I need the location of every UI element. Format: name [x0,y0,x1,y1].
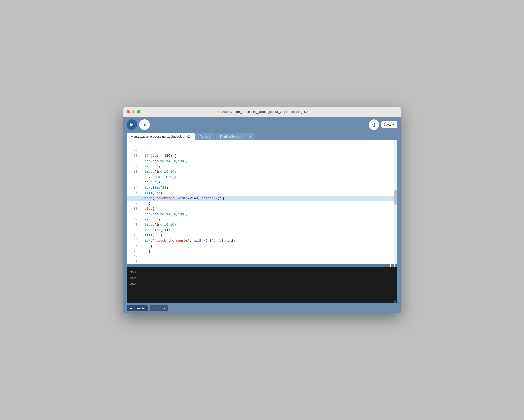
line-num-36: 36 [127,196,140,201]
console-line-3: 352 [130,281,394,287]
toolbar: ▶ ■ {} Java ▼ [123,117,401,133]
main-window: 📁 visualization_processing_addingcolour_… [123,107,401,313]
code-line-37: } [140,201,394,206]
code-line-29: background(143,0,138); [140,159,394,164]
tab-particlesystem[interactable]: ParticleSystem [216,133,247,140]
panel-toolbar: ⬆ ⬇ [127,264,397,267]
code-line-45: } [140,244,394,249]
run-icon: ▶ [130,122,133,127]
code-container: 26 27 28 29 30 31 32 33 34 35 36 37 38 3… [127,140,397,264]
line-num-27: 27 [127,148,140,153]
code-line-31: image(img,10,10); [140,169,394,175]
title-bar: 📁 visualization_processing_addingcolour_… [123,107,401,117]
code-line-27 [140,148,394,153]
code-line-38: else{ [140,206,394,212]
minimize-button[interactable] [132,110,135,113]
tab-particle[interactable]: Particle [195,133,215,140]
line-num-26: 26 [127,143,140,148]
console-scrollbar-thumb[interactable] [394,300,396,303]
line-num-40: 40 [127,217,140,222]
code-line-44: text("touch the sensor", width/2-84, hei… [140,238,394,244]
code-line-33: ps.run(); [140,180,394,185]
toolbar-right: {} Java ▼ [369,119,397,130]
editor-area[interactable]: 26 27 28 29 30 31 32 33 34 35 36 37 38 3… [127,140,397,264]
collapse-icon[interactable]: ⬇ [393,264,396,268]
errors-button[interactable]: ⚠ Errors [150,305,168,311]
debug-icon: {} [372,122,375,127]
line-num-44: 44 [127,238,140,244]
debug-button[interactable]: {} [369,119,379,130]
code-line-35: fill(255); [140,191,394,196]
console-icon: ▶ [130,307,132,310]
line-num-39: 39 [127,212,140,217]
tabs-bar: visualization processing addingcolour v2… [123,133,401,140]
console-num-1: 354 [130,271,136,274]
console-line-1: 354 [130,270,394,275]
code-line-39: background(143,0,138); [140,212,394,217]
code-line-40: smooth(); [140,217,394,222]
line-num-30: 30 [127,164,140,169]
line-num-45: 45 [127,244,140,249]
errors-icon: ⚠ [153,307,155,310]
line-numbers: 26 27 28 29 30 31 32 33 34 35 36 37 38 3… [127,140,140,264]
code-line-48 [140,259,394,264]
line-num-38: 38 [127,206,140,212]
line-num-42: 42 [127,228,140,233]
run-button[interactable]: ▶ [127,119,137,130]
code-line-34: textSize(24); [140,185,394,191]
java-mode-button[interactable]: Java ▼ [381,121,397,128]
line-num-47: 47 [127,254,140,259]
line-num-35: 35 [127,191,140,196]
maximize-button[interactable] [137,110,140,113]
code-line-43: fill(255); [140,233,394,238]
code-line-36: text("touching", width/2-40, height/2); [140,196,394,201]
folder-icon: 📁 [216,110,220,114]
code-line-46: } [140,249,394,254]
code-line-30: smooth(); [140,164,394,169]
line-num-28: 28 [127,153,140,159]
line-num-46: 46 [127,249,140,254]
tab-main[interactable]: visualization processing addingcolour v2 [127,133,195,140]
scrollbar-thumb[interactable] [394,190,397,205]
console-num-2: 352 [130,276,136,280]
editor-scrollbar[interactable] [394,140,397,264]
code-line-41: image(img,10,10); [140,222,394,228]
status-bar: ▶ Console ⚠ Errors [123,303,401,313]
console-num-3: 352 [130,282,136,286]
code-line-32: ps.addParticle(); [140,175,394,180]
code-line-26 [140,143,394,148]
stop-icon: ■ [144,123,146,127]
code-line-28: if (val > 380) { [140,153,394,159]
code-line-42: textSize(24); [140,228,394,233]
line-num-31: 31 [127,169,140,175]
line-num-33: 33 [127,180,140,185]
line-num-41: 41 [127,222,140,228]
tab-more-button[interactable]: ▾ [247,133,254,140]
console-scrollbar[interactable] [127,300,397,303]
expand-icon[interactable]: ⬆ [389,264,392,268]
line-num-48: 48 [127,259,140,264]
close-button[interactable] [127,110,130,113]
code-lines: if (val > 380) { background(143,0,138); … [140,140,394,264]
line-num-34: 34 [127,185,140,191]
line-num-43: 43 [127,233,140,238]
line-num-37: 37 [127,201,140,206]
console-area: 354 352 352 [127,267,397,300]
line-num-29: 29 [127,159,140,164]
stop-button[interactable]: ■ [139,119,150,130]
console-line-2: 352 [130,275,394,281]
window-title: 📁 visualization_processing_addingcolour_… [216,110,308,114]
line-num-32: 32 [127,175,140,180]
code-line-47 [140,254,394,259]
console-button[interactable]: ▶ Console [127,305,148,311]
